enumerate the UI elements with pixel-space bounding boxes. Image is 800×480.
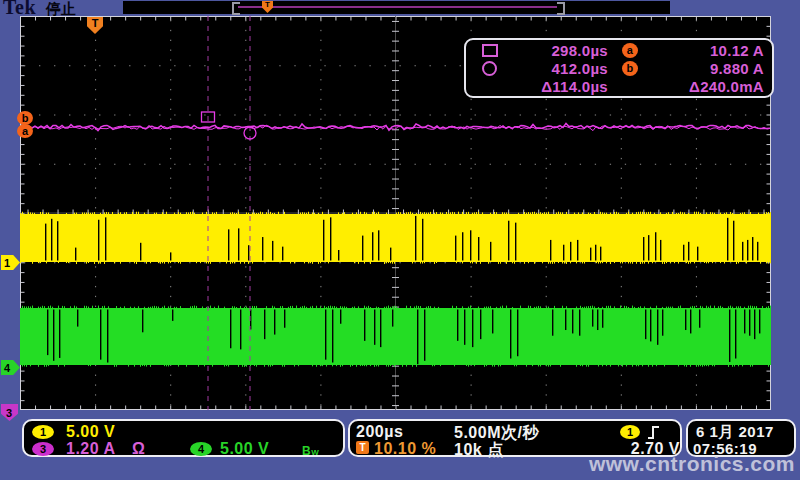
square-cursor-icon: [482, 44, 498, 57]
cursor1-time: 298.0µs: [508, 42, 608, 59]
bw-w: W: [311, 448, 319, 457]
trigger-position-badge: T: [356, 441, 369, 454]
channel3-coupling: Ω: [132, 440, 145, 458]
channel1-reference-marker: 1: [1, 255, 20, 270]
cursor-b-value: 9.880 A: [652, 60, 764, 77]
trigger-position-percent: 10.10 %: [374, 440, 436, 458]
channel1-scale: 5.00 V: [66, 423, 115, 441]
circle-cursor-icon: [482, 61, 497, 76]
channel4-scale: 5.00 V: [220, 440, 269, 458]
watermark: www.cntronics.com: [589, 452, 795, 476]
oscilloscope-screen: Tek 停止 T T b a 1 4 3 298.0µs a 10.12 A 4…: [0, 0, 800, 480]
cursor-delta-value: Δ240.0mA: [652, 78, 764, 95]
channel3-reference-marker: 3: [1, 404, 18, 421]
cursor2-time: 412.0µs: [508, 60, 608, 77]
channel3-badge: 3: [32, 442, 54, 456]
record-window-line: [238, 6, 557, 8]
cursor-a-value: 10.12 A: [652, 42, 764, 59]
record-window-bracket-left: [232, 2, 240, 15]
record-points: 10k 点: [454, 440, 504, 461]
cursor-readout-box: 298.0µs a 10.12 A 412.0µs b 9.880 A Δ114…: [464, 38, 774, 98]
channel4-badge: 4: [190, 442, 212, 456]
cursor-a-badge: a: [622, 43, 638, 58]
record-view-bar: T: [123, 1, 670, 14]
cursor-a-marker: a: [17, 124, 33, 138]
cursor-b-badge: b: [622, 61, 638, 76]
record-window-bracket-right: [557, 2, 565, 15]
timebase-setting: 200µs: [356, 423, 403, 441]
cursor-b-marker: b: [17, 111, 33, 125]
trigger-source-badge: 1: [620, 425, 640, 439]
channel3-scale: 1.20 A: [66, 440, 116, 458]
channel4-reference-marker: 4: [1, 360, 20, 375]
bw-b: B: [302, 444, 311, 458]
rising-edge-slope-icon: [647, 424, 661, 440]
record-trigger-flag-icon: T: [262, 1, 273, 13]
channel1-badge: 1: [32, 425, 54, 439]
channel-settings-box: 1 5.00 V 3 1.20 A Ω 4 5.00 V BW: [22, 419, 345, 457]
bandwidth-limit-icon: BW: [302, 441, 319, 459]
cursor-delta-time: Δ114.0µs: [508, 78, 608, 95]
